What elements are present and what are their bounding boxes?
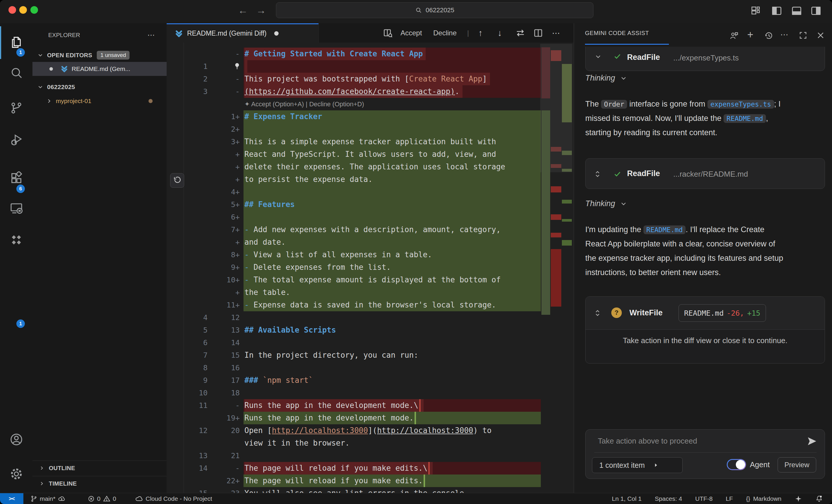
sidebar-item-explorer[interactable]: 1 xyxy=(0,28,32,56)
diff-line[interactable]: 14-The page will reload if you make edit… xyxy=(166,462,574,475)
diff-line[interactable]: 10+- The total expense amount is display… xyxy=(166,274,574,286)
eol-sequence[interactable]: LF xyxy=(726,495,733,502)
outline-section-header[interactable]: OUTLINE xyxy=(32,461,166,475)
chevron-down-icon[interactable] xyxy=(594,53,602,60)
previous-change-icon[interactable]: ↑ xyxy=(478,23,483,43)
diff-line[interactable]: 4+ xyxy=(166,186,574,198)
feedback-icon[interactable] xyxy=(729,31,739,40)
accept-button[interactable]: Accept xyxy=(400,23,422,43)
close-traffic-light[interactable] xyxy=(8,6,16,14)
sidebar-item-extensions[interactable]: 1 xyxy=(0,164,32,192)
open-preview-icon[interactable] xyxy=(383,23,393,43)
more-actions-icon[interactable]: ⋯ xyxy=(780,30,789,39)
diff-line[interactable]: 8+- View a list of all expenses in a tab… xyxy=(166,249,574,261)
remote-indicator[interactable]: >< xyxy=(0,493,23,504)
diff-line[interactable]: 11+- Expense data is saved in the browse… xyxy=(166,299,574,311)
lightbulb-icon[interactable] xyxy=(234,62,240,71)
diff-line[interactable]: +delete their expenses. The application … xyxy=(166,161,574,173)
diff-line[interactable]: 3+This is a simple expense tracker appli… xyxy=(166,136,574,148)
zoom-traffic-light[interactable] xyxy=(30,6,38,14)
diff-line[interactable]: 9+- Delete expenses from the list. xyxy=(166,261,574,274)
send-icon[interactable] xyxy=(807,436,817,446)
sidebar-more-actions-icon[interactable]: ⋯ xyxy=(147,31,156,40)
split-editor-icon[interactable] xyxy=(533,23,543,43)
close-icon[interactable] xyxy=(816,31,825,40)
diff-line[interactable]: view it in the browser. xyxy=(166,437,574,449)
diff-line[interactable]: 22+The page will reload if you make edit… xyxy=(166,475,574,487)
sidebar-item-search[interactable] xyxy=(0,59,32,87)
encoding[interactable]: UTF-8 xyxy=(695,495,713,502)
code-chip[interactable]: Order xyxy=(601,100,627,109)
sidebar-item-remote-explorer[interactable] xyxy=(0,194,32,222)
forward-arrow-icon[interactable]: → xyxy=(256,5,266,16)
thinking-header[interactable]: Thinking xyxy=(585,74,627,83)
timeline-section-header[interactable]: TIMELINE xyxy=(32,476,166,491)
diff-line[interactable]: +the table. xyxy=(166,286,574,299)
diff-line[interactable]: +React and TypeScript. It allows users t… xyxy=(166,148,574,161)
next-change-icon[interactable]: ↓ xyxy=(498,23,502,43)
diff-line[interactable]: 5+## Features xyxy=(166,198,574,211)
git-branch-item[interactable]: main* xyxy=(30,493,66,504)
swap-diff-sides-icon[interactable] xyxy=(515,23,526,43)
diff-line[interactable]: 513## Available Scripts xyxy=(166,324,574,336)
diff-line[interactable]: +to persist the expense data. xyxy=(166,173,574,186)
sidebar-item-gemini[interactable] xyxy=(0,226,32,254)
diff-line[interactable]: 1321 xyxy=(166,449,574,462)
open-editor-item-readme[interactable]: README.md (Gem... xyxy=(32,62,166,76)
tab-readme-gemini-diff[interactable]: README.md (Gemini Diff) xyxy=(166,23,319,43)
code-chip[interactable]: README.md xyxy=(724,114,766,123)
chat-input[interactable]: Take action above to proceed xyxy=(598,437,697,446)
diff-line[interactable]: 1+# Expense Tracker xyxy=(166,110,574,123)
diff-line[interactable]: 1 xyxy=(166,60,574,73)
indentation[interactable]: Spaces: 4 xyxy=(655,495,682,502)
open-editors-header[interactable]: OPEN EDITORS 1 unsaved xyxy=(32,49,166,61)
expand-icon[interactable] xyxy=(594,170,601,178)
diff-line[interactable]: 2-This project was bootstrapped with [Cr… xyxy=(166,73,574,85)
tool-card-readfile[interactable]: ReadFile ...racker/README.md xyxy=(585,158,825,189)
language-mode[interactable]: {}Markdown xyxy=(746,495,781,502)
diff-editor[interactable]: -# Getting Started with Create React App… xyxy=(166,43,574,493)
new-chat-icon[interactable]: + xyxy=(747,29,753,41)
diff-line[interactable]: 2+ xyxy=(166,123,574,136)
sidebar-item-run-debug[interactable] xyxy=(0,126,32,154)
diff-line[interactable]: 412 xyxy=(166,311,574,324)
fullscreen-icon[interactable] xyxy=(799,31,807,40)
expand-icon[interactable] xyxy=(594,309,601,317)
code-chip[interactable]: expenseTypes.ts xyxy=(707,100,774,109)
diff-line[interactable]: 11-Runs the app in the development mode.… xyxy=(166,399,574,412)
customize-layout-icon[interactable] xyxy=(750,5,761,16)
diff-line[interactable]: 3-(https://github.com/facebook/create-re… xyxy=(166,85,574,98)
account-icon[interactable] xyxy=(0,425,32,453)
diff-line[interactable]: 614 xyxy=(166,336,574,349)
notifications-bell-icon[interactable] xyxy=(815,495,823,503)
tab-modified-dot-icon[interactable] xyxy=(274,31,279,36)
command-center-search[interactable]: 06222025 xyxy=(276,2,594,18)
diff-line[interactable]: 1220Open [http://localhost:3000](http://… xyxy=(166,424,574,437)
decline-button[interactable]: Decline xyxy=(433,23,457,43)
settings-gear-icon[interactable]: 1 xyxy=(0,460,32,488)
sparkle-icon[interactable] xyxy=(795,495,802,503)
toggle-primary-sidebar-icon[interactable] xyxy=(771,5,782,16)
agent-mode-toggle[interactable] xyxy=(727,459,746,470)
diff-line[interactable]: 7+- Add new expenses with a description,… xyxy=(166,223,574,236)
revert-block-button[interactable] xyxy=(170,173,184,188)
back-arrow-icon[interactable]: ← xyxy=(238,5,248,16)
diff-line[interactable]: 19+Runs the app in the development mode. xyxy=(166,412,574,424)
diff-line[interactable]: 1523You will also see any lint errors in… xyxy=(166,487,574,493)
more-actions-icon[interactable]: ⋯ xyxy=(552,23,561,43)
toggle-secondary-sidebar-icon[interactable] xyxy=(810,5,822,16)
diff-line[interactable]: -# Getting Started with Create React App xyxy=(166,48,574,60)
sidebar-item-source-control[interactable]: 6 xyxy=(0,94,32,122)
toggle-panel-icon[interactable] xyxy=(791,5,802,16)
code-chip[interactable]: README.md xyxy=(644,225,686,234)
cursor-position[interactable]: Ln 1, Col 1 xyxy=(612,495,642,502)
diff-line[interactable]: 816 xyxy=(166,362,574,374)
diff-line[interactable]: 715In the project directory, you can run… xyxy=(166,349,574,362)
problems-item[interactable]: 0 0 xyxy=(88,493,116,504)
tool-card-writefile[interactable]: ? WriteFile README.md -26, +15 Take acti… xyxy=(585,297,825,364)
minimize-traffic-light[interactable] xyxy=(19,6,27,14)
tree-item-myproject[interactable]: myproject-01 xyxy=(32,94,166,108)
diff-line[interactable]: 1018 xyxy=(166,387,574,399)
thinking-header[interactable]: Thinking xyxy=(585,199,627,208)
workspace-folder-header[interactable]: 06222025 xyxy=(32,81,166,93)
